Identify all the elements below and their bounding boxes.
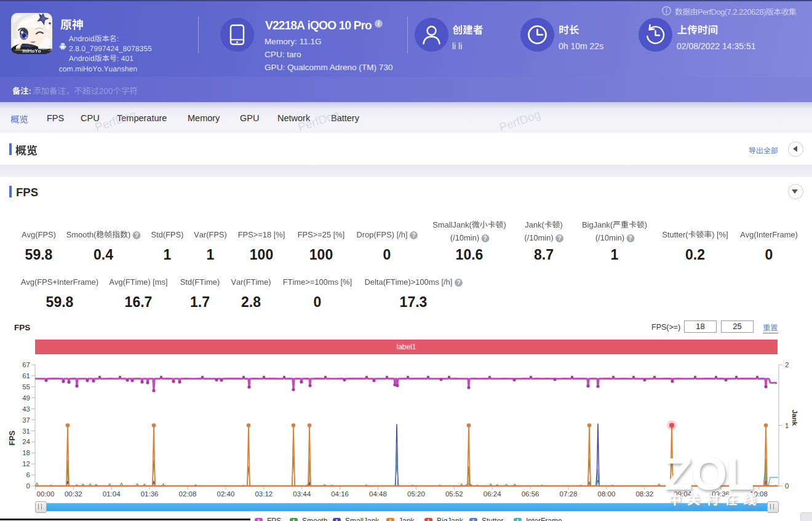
svg-text:Jank: Jank — [791, 410, 798, 426]
svg-text:02:40: 02:40 — [217, 490, 235, 498]
svg-text:55: 55 — [22, 383, 30, 391]
svg-text:37: 37 — [22, 416, 30, 424]
svg-text:49: 49 — [22, 394, 30, 402]
svg-text:07:28: 07:28 — [560, 490, 578, 498]
svg-text:03:44: 03:44 — [293, 490, 311, 498]
svg-text:04:48: 04:48 — [369, 490, 387, 498]
svg-text:02:08: 02:08 — [179, 490, 197, 498]
svg-text:05:52: 05:52 — [445, 490, 463, 498]
svg-text:00:00: 00:00 — [37, 490, 55, 498]
svg-text:31: 31 — [22, 428, 30, 435]
svg-text:43: 43 — [22, 405, 30, 413]
svg-text:00:32: 00:32 — [65, 490, 82, 498]
svg-text:06:56: 06:56 — [522, 490, 539, 498]
svg-text:6: 6 — [26, 471, 30, 479]
svg-text:2: 2 — [785, 361, 789, 368]
svg-text:01:04: 01:04 — [103, 490, 121, 498]
svg-text:08:32: 08:32 — [635, 490, 653, 498]
svg-text:24: 24 — [22, 438, 30, 445]
svg-text:03:12: 03:12 — [255, 490, 273, 498]
svg-text:61: 61 — [22, 372, 30, 380]
svg-text:18: 18 — [22, 449, 30, 456]
svg-text:12: 12 — [22, 460, 30, 467]
svg-text:05:20: 05:20 — [407, 490, 425, 498]
svg-text:01:36: 01:36 — [141, 490, 159, 498]
svg-text:0: 0 — [785, 482, 789, 490]
svg-text:04:16: 04:16 — [331, 490, 349, 498]
svg-text:08:00: 08:00 — [598, 490, 616, 498]
svg-text:0: 0 — [26, 482, 30, 490]
svg-text:67: 67 — [22, 361, 30, 368]
svg-text:1: 1 — [785, 422, 789, 429]
svg-text:FPS: FPS — [8, 431, 17, 445]
svg-text:06:24: 06:24 — [484, 490, 501, 498]
